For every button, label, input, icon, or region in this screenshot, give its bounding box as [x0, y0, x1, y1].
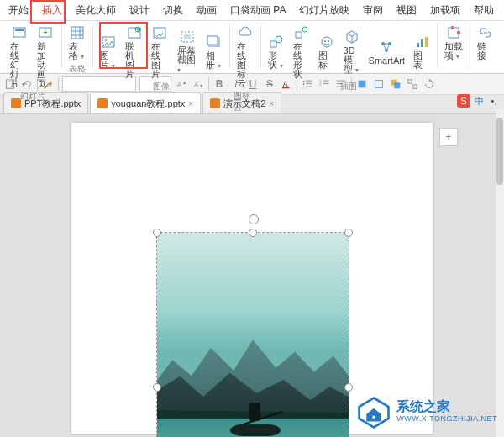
ribbon-btn-onlinepic2[interactable]: 在线图片	[148, 23, 172, 81]
ribbon-btn-label: 表格 ▾	[69, 42, 86, 61]
ribbon-btn-shapes[interactable]: 形状 ▾	[265, 23, 288, 81]
svg-rect-48	[306, 87, 312, 87]
app-window: 开始插入美化大师设计切换动画口袋动画 PA幻灯片放映审阅视图加载项帮助特色功能O…	[0, 0, 504, 437]
menu-item-11[interactable]: 帮助	[469, 1, 499, 20]
ribbon-btn-label: 图标	[318, 51, 335, 70]
presentation-icon	[97, 98, 108, 108]
ribbon-btn-iconcloud[interactable]: 在线图标云	[234, 23, 257, 90]
ribbon-btn-table[interactable]: 表格 ▾	[66, 23, 89, 63]
ribbon-group-4: 形状 ▾在线形状图标3D 模型 ▾SmartArt图表插图	[261, 23, 438, 68]
svg-text:▼: ▼	[199, 83, 203, 88]
menu-item-0[interactable]: 开始	[3, 1, 34, 20]
menu-item-7[interactable]: 幻灯片放映	[294, 1, 354, 20]
icons-icon	[318, 34, 335, 50]
ribbon-group-label: 图像	[153, 81, 170, 92]
ribbon-group-2: 图片 ▾联机图片在线图片屏幕截图 ▾相册 ▾图像	[93, 23, 229, 68]
close-icon[interactable]: ×	[269, 99, 274, 108]
menu-item-2[interactable]: 美化大师	[71, 1, 121, 20]
picture-icon	[100, 34, 117, 50]
rotate-handle[interactable]	[249, 214, 259, 224]
svg-text:A: A	[283, 80, 288, 88]
resize-handle-mr[interactable]	[344, 383, 353, 392]
ribbon-btn-label: 屏幕截图 ▾	[177, 46, 197, 75]
newslide-icon: +	[37, 24, 54, 41]
ribbon-btn-album[interactable]: 相册 ▾	[202, 23, 226, 81]
svg-rect-42	[282, 87, 290, 89]
menu-item-9[interactable]: 视图	[391, 1, 422, 20]
ribbon-btn-addin[interactable]: 加载项 ▾	[441, 23, 466, 63]
onlineshapes-icon	[293, 24, 310, 41]
svg-point-24	[328, 40, 329, 42]
ime-lang-icon[interactable]: 中	[472, 94, 486, 108]
svg-point-19	[276, 36, 282, 43]
ime-punct-icon[interactable]: •,	[487, 94, 501, 108]
ribbon-btn-label: 链接	[477, 42, 494, 61]
ribbon-group-label: 幻灯片	[20, 91, 45, 103]
screenshot-icon	[179, 29, 196, 45]
ribbon-btn-screenshot[interactable]: 屏幕截图 ▾	[174, 23, 201, 81]
ribbon-btn-icons[interactable]: 图标	[315, 23, 339, 81]
ribbon-btn-smartart[interactable]: SmartArt	[365, 23, 408, 81]
svg-rect-4	[71, 27, 83, 39]
ribbon-group-6: 链接	[470, 23, 501, 68]
menu-item-10[interactable]: 加载项	[425, 1, 465, 20]
resize-handle-tr[interactable]	[344, 229, 353, 237]
ribbon-btn-slide[interactable]: 在线幻灯片 ▾	[7, 23, 32, 91]
menu-item-6[interactable]: 口袋动画 PA	[225, 1, 291, 20]
doc-tab-1[interactable]: youguan教程.pptx×	[90, 92, 201, 113]
svg-rect-30	[425, 37, 428, 47]
svg-rect-46	[306, 83, 312, 84]
ribbon-group-1: 表格 ▾表格	[62, 23, 93, 68]
ribbon-btn-onlinepic[interactable]: 联机图片	[122, 23, 146, 81]
svg-point-23	[324, 40, 326, 42]
album-icon	[206, 34, 223, 50]
slide-canvas[interactable]: +	[0, 114, 504, 437]
resize-handle-tm[interactable]	[249, 229, 257, 237]
ribbon-btn-newslide[interactable]: +新加动画页 ▾	[34, 23, 59, 91]
svg-rect-20	[296, 32, 302, 38]
ribbon-btn-onlineshapes[interactable]: 在线形状	[290, 23, 313, 81]
vertical-scrollbar[interactable]	[496, 109, 504, 437]
scroll-thumb[interactable]	[496, 118, 503, 185]
addin-icon	[445, 24, 462, 41]
ime-indicator: S 中 •,	[457, 94, 501, 108]
watermark-logo-icon	[356, 395, 391, 430]
svg-rect-57	[375, 81, 383, 88]
ribbon-btn-chart[interactable]: 图表	[410, 23, 433, 81]
svg-point-22	[322, 37, 332, 47]
menu-item-1[interactable]: 插入	[37, 1, 67, 20]
ribbon-group-label: 插图	[340, 81, 357, 92]
resize-handle-ml[interactable]	[153, 383, 161, 392]
svg-rect-1	[15, 29, 24, 31]
menu-item-4[interactable]: 切换	[158, 1, 188, 20]
ribbon-group-3: 在线图标云图标云	[230, 23, 261, 68]
svg-rect-0	[13, 28, 25, 37]
ribbon-btn-3d[interactable]: 3D 模型 ▾	[340, 23, 364, 81]
svg-point-47	[303, 87, 305, 88]
svg-rect-17	[207, 36, 218, 45]
menu-item-5[interactable]: 动画	[192, 1, 222, 20]
watermark: 系统之家 WWW.XITONGZHIJIA.NET	[356, 395, 497, 430]
doc-tab-0[interactable]: PPT教程.pptx	[3, 92, 88, 113]
menu-item-3[interactable]: 设计	[124, 1, 155, 20]
ribbon-group-5: 加载项 ▾	[438, 23, 470, 68]
ribbon-btn-label: 在线图片	[151, 42, 169, 79]
selected-image[interactable]	[156, 232, 349, 437]
ribbon-btn-label: 在线图标云	[237, 42, 254, 88]
resize-handle-tl[interactable]	[153, 229, 161, 237]
svg-text:A: A	[177, 81, 182, 89]
ribbon-btn-picture[interactable]: 图片 ▾	[97, 23, 120, 81]
close-icon[interactable]: ×	[188, 99, 193, 108]
ribbon-btn-label: 3D 模型 ▾	[344, 46, 360, 75]
ribbon: 在线幻灯片 ▾+新加动画页 ▾幻灯片表格 ▾表格图片 ▾联机图片在线图片屏幕截图…	[0, 21, 504, 74]
iconcloud-icon	[237, 24, 254, 41]
onlinepic-icon	[126, 24, 143, 41]
add-placeholder-button[interactable]: +	[439, 128, 458, 146]
shapes-icon	[268, 34, 285, 50]
menu-item-8[interactable]: 审阅	[358, 1, 388, 20]
ribbon-btn-label: 联机图片	[125, 42, 143, 79]
ribbon-btn-link[interactable]: 链接	[474, 23, 497, 62]
ime-sogou-icon[interactable]: S	[457, 94, 470, 108]
watermark-title: 系统之家	[396, 401, 497, 413]
svg-rect-18	[270, 41, 276, 47]
